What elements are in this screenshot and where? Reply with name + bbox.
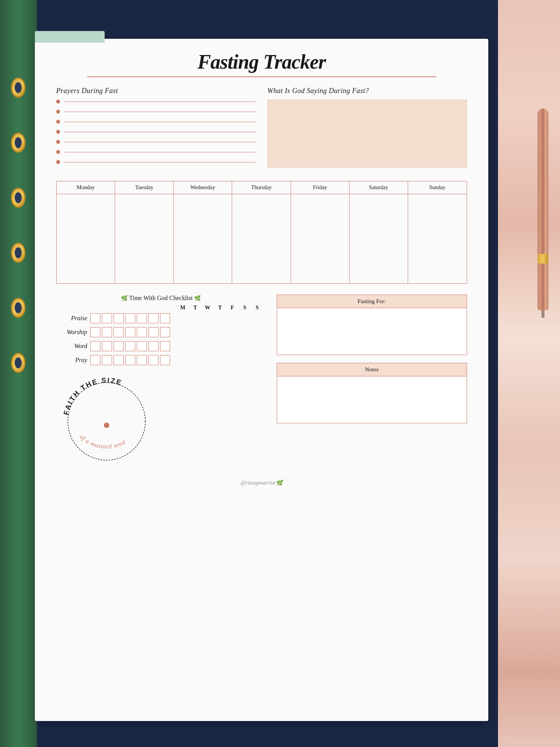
mint-tab [35, 31, 105, 43]
day-thursday: Thursday [232, 181, 291, 194]
worship-cb-4[interactable] [125, 327, 135, 337]
watermark: @riseupwarrior🌿 [56, 480, 467, 486]
pray-cb-2[interactable] [102, 355, 112, 365]
ring-3 [11, 188, 26, 208]
pen-tip [541, 308, 544, 318]
checklist-days-row: M T W T F S S [56, 305, 266, 311]
word-cb-1[interactable] [90, 341, 100, 351]
praise-label: Praise [56, 315, 87, 322]
grid-cell-sun[interactable] [408, 194, 467, 283]
worship-cb-2[interactable] [102, 327, 112, 337]
praise-row: Praise [56, 313, 266, 323]
grid-cell-mon[interactable] [57, 194, 115, 283]
top-section: Prayers During Fast [56, 87, 467, 170]
day-monday: Monday [57, 181, 115, 194]
prayer-line-bar-3 [64, 122, 256, 122]
pray-cb-4[interactable] [125, 355, 135, 365]
clabel-t2: T [215, 305, 226, 311]
title-underline [87, 76, 436, 77]
bullet-4 [56, 130, 60, 134]
word-cb-2[interactable] [102, 341, 112, 351]
praise-cb-5[interactable] [137, 313, 147, 323]
faith-circle-svg: FAITH THE SIZE of a mustard seed [56, 371, 157, 472]
day-friday: Friday [291, 181, 350, 194]
svg-text:of a mustard seed: of a mustard seed [79, 433, 126, 450]
grid-cell-thu[interactable] [232, 194, 291, 283]
ring-6 [11, 353, 26, 373]
rings [11, 78, 26, 373]
praise-cb-3[interactable] [114, 313, 124, 323]
clabel-s1: S [240, 305, 250, 311]
praise-cb-2[interactable] [102, 313, 112, 323]
word-cb-7[interactable] [160, 341, 170, 351]
faith-circle: FAITH THE SIZE of a mustard seed [56, 371, 157, 472]
worship-cb-7[interactable] [160, 327, 170, 337]
ring-4 [11, 243, 26, 263]
pray-cb-5[interactable] [137, 355, 147, 365]
bullet-1 [56, 100, 60, 104]
prayer-line-7 [56, 160, 256, 164]
god-saying-box[interactable] [267, 100, 467, 167]
worship-checkboxes [90, 327, 170, 337]
worship-row: Worship [56, 327, 266, 337]
grid-header: Monday Tuesday Wednesday Thursday Friday… [57, 181, 467, 194]
pray-cb-1[interactable] [90, 355, 100, 365]
bullet-7 [56, 160, 60, 164]
word-cb-4[interactable] [125, 341, 135, 351]
worship-cb-5[interactable] [137, 327, 147, 337]
notes-content[interactable] [277, 376, 467, 423]
prayer-line-bar-4 [64, 132, 256, 132]
pray-cb-7[interactable] [160, 355, 170, 365]
pray-row: Pray [56, 355, 266, 365]
pray-cb-6[interactable] [148, 355, 159, 365]
watermark-leaf-icon: 🌿 [276, 480, 283, 486]
grid-cell-sat[interactable] [350, 194, 408, 283]
leaf-right-icon: 🌿 [194, 295, 201, 301]
praise-cb-6[interactable] [148, 313, 159, 323]
bullet-5 [56, 140, 60, 144]
right-bottom: Fasting For: Notes [277, 295, 467, 423]
left-bottom: 🌿 Time With God Checklist 🌿 M T W T F S … [56, 295, 266, 472]
worship-cb-3[interactable] [114, 327, 124, 337]
prayer-line-3 [56, 120, 256, 124]
clabel-w: W [202, 305, 213, 311]
svg-text:FAITH THE SIZE: FAITH THE SIZE [62, 376, 123, 416]
prayers-heading: Prayers During Fast [56, 87, 256, 95]
bullet-2 [56, 110, 60, 114]
fasting-for-content[interactable] [277, 308, 467, 355]
fasting-for-box: Fasting For: [277, 295, 467, 355]
prayer-line-bar-1 [64, 102, 256, 102]
clabel-s2: S [252, 305, 263, 311]
word-row: Word [56, 341, 266, 351]
svg-point-2 [104, 423, 109, 428]
word-cb-6[interactable] [148, 341, 159, 351]
brand-text: @riseupwarrior [241, 480, 276, 486]
prayer-line-4 [56, 130, 256, 134]
prayer-line-bar-2 [64, 112, 256, 112]
prayer-line-bar-7 [64, 162, 256, 162]
pray-label: Pray [56, 357, 87, 364]
grid-body [57, 194, 467, 283]
grid-cell-wed[interactable] [174, 194, 232, 283]
clabel-t1: T [190, 305, 201, 311]
bullet-6 [56, 150, 60, 154]
ring-5 [11, 298, 26, 318]
prayer-line-1 [56, 100, 256, 104]
god-saying-heading: What Is God Saying During Fast? [267, 87, 467, 95]
pen-band [538, 254, 548, 264]
worship-cb-1[interactable] [90, 327, 100, 337]
checklist-title: Time With God Checklist [129, 295, 193, 301]
day-tuesday: Tuesday [115, 181, 174, 194]
word-cb-3[interactable] [114, 341, 124, 351]
grid-cell-fri[interactable] [291, 194, 350, 283]
grid-cell-tue[interactable] [115, 194, 174, 283]
praise-cb-7[interactable] [160, 313, 170, 323]
worship-cb-6[interactable] [148, 327, 159, 337]
praise-cb-4[interactable] [125, 313, 135, 323]
day-saturday: Saturday [350, 181, 408, 194]
pray-cb-3[interactable] [114, 355, 124, 365]
praise-cb-1[interactable] [90, 313, 100, 323]
word-cb-5[interactable] [137, 341, 147, 351]
page-title: Fasting Tracker [56, 50, 467, 73]
checklist-header: 🌿 Time With God Checklist 🌿 [56, 295, 266, 302]
